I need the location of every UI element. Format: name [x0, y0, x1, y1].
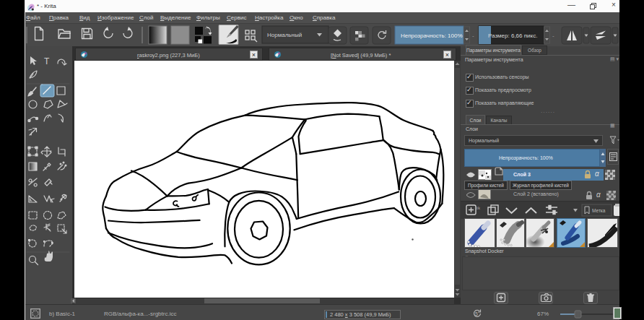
- svg-text:Непрозрачность: 100%: Непрозрачность: 100%: [401, 33, 463, 39]
- svg-text:5: 5: [475, 311, 478, 316]
- svg-text:Размер: 6,66 пикс.: Размер: 6,66 пикс.: [488, 33, 537, 39]
- svg-text:Нормальный: Нормальный: [267, 32, 302, 38]
- svg-text:-: -: [552, 33, 554, 39]
- svg-text:T: T: [44, 56, 50, 66]
- svg-text:tlk: tlk: [477, 206, 481, 210]
- svg-text:-: -: [472, 33, 474, 39]
- svg-text:Метка: Метка: [592, 208, 606, 213]
